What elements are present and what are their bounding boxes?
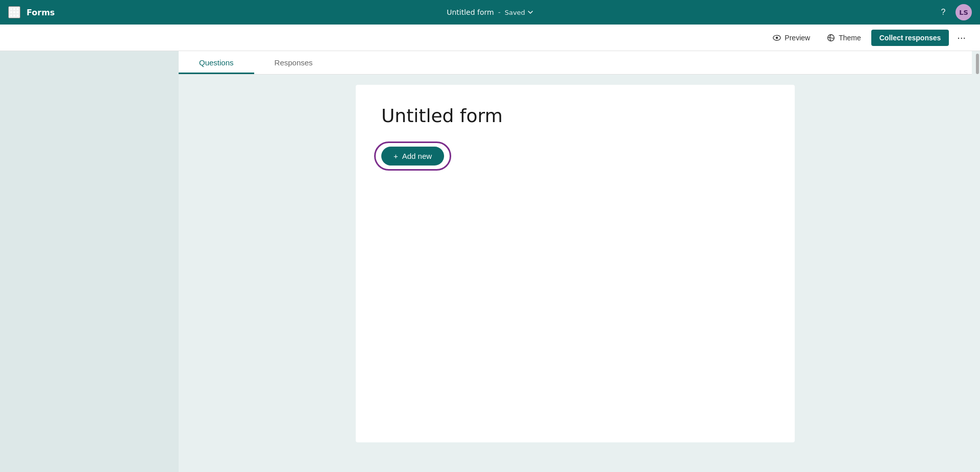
tab-questions[interactable]: Questions (179, 51, 254, 74)
topbar-right: ? LS (935, 4, 972, 20)
svg-point-10 (776, 36, 778, 39)
preview-button[interactable]: Preview (766, 30, 816, 45)
svg-rect-0 (10, 8, 12, 10)
help-button[interactable]: ? (935, 4, 951, 20)
app-title: Forms (27, 8, 55, 17)
avatar[interactable]: LS (955, 4, 972, 20)
theme-button[interactable]: Theme (820, 30, 867, 45)
add-new-icon: + (394, 152, 398, 160)
theme-label: Theme (839, 34, 861, 42)
saved-indicator[interactable]: Saved (505, 9, 533, 16)
add-new-button[interactable]: + Add new (381, 147, 444, 166)
add-new-label: Add new (402, 152, 432, 160)
form-canvas: Untitled form + Add new (179, 75, 972, 472)
preview-label: Preview (785, 34, 810, 42)
svg-rect-1 (13, 8, 15, 10)
form-title: Untitled form (447, 8, 494, 16)
add-new-wrapper: + Add new (381, 147, 444, 166)
title-separator: - (498, 8, 501, 16)
apps-icon[interactable] (8, 6, 20, 18)
more-options-button[interactable]: ··· (953, 30, 970, 45)
right-sidebar (972, 51, 980, 472)
tab-responses[interactable]: Responses (254, 51, 333, 74)
scrollbar-thumb[interactable] (976, 54, 979, 74)
svg-rect-3 (10, 11, 12, 13)
svg-rect-6 (10, 15, 12, 17)
left-sidebar (0, 51, 179, 472)
topbar: Forms Untitled form - Saved ? LS (0, 0, 980, 25)
topbar-center: Untitled form - Saved (447, 8, 533, 16)
topbar-left: Forms (8, 6, 55, 18)
form-card-title: Untitled form (381, 105, 769, 126)
main-content: Questions Responses Untitled form + Add … (0, 51, 980, 472)
collect-responses-button[interactable]: Collect responses (871, 30, 949, 46)
svg-rect-5 (17, 11, 19, 13)
tabs-container: Questions Responses (179, 51, 972, 75)
svg-rect-2 (17, 8, 19, 10)
more-icon: ··· (957, 32, 966, 43)
collect-responses-label: Collect responses (879, 34, 941, 42)
center-panel: Questions Responses Untitled form + Add … (179, 51, 972, 472)
svg-rect-8 (17, 15, 19, 17)
toolbar: Preview Theme Collect responses ··· (0, 25, 980, 51)
avatar-initials: LS (959, 9, 968, 16)
svg-rect-4 (13, 11, 15, 13)
form-card: Untitled form + Add new (356, 85, 795, 442)
saved-label: Saved (505, 9, 525, 16)
svg-rect-7 (13, 15, 15, 17)
